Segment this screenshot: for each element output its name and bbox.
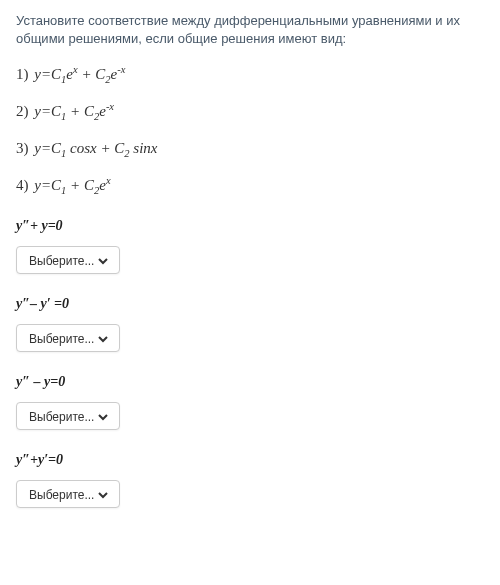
equation-option-2: 2) y=C1 + C2e-x: [16, 99, 484, 126]
prompt-text: Установите соответствие между дифференци…: [16, 12, 484, 48]
eq-number: 1): [16, 66, 29, 82]
question-equation: y″– y′ =0: [16, 296, 484, 312]
select-wrapper: Выберите...: [16, 480, 120, 508]
question-2: y″– y′ =0 Выберите...: [16, 296, 484, 352]
select-wrapper: Выберите...: [16, 402, 120, 430]
eq-number: 3): [16, 140, 29, 156]
general-solutions-list: 1) y=C1ex + C2e-x 2) y=C1 + C2e-x 3) y=C…: [16, 62, 484, 199]
question-1: y″+ y=0 Выберите...: [16, 218, 484, 274]
answer-select-3[interactable]: Выберите...: [25, 409, 111, 425]
eq-number: 2): [16, 103, 29, 119]
question-equation: y″+y′=0: [16, 452, 484, 468]
answer-select-2[interactable]: Выберите...: [25, 331, 111, 347]
question-equation: y″ – y=0: [16, 374, 484, 390]
question-4: y″+y′=0 Выберите...: [16, 452, 484, 508]
answer-select-1[interactable]: Выберите...: [25, 253, 111, 269]
question-equation: y″+ y=0: [16, 218, 484, 234]
equation-option-1: 1) y=C1ex + C2e-x: [16, 62, 484, 89]
eq-number: 4): [16, 177, 29, 193]
equation-option-4: 4) y=C1 + C2ex: [16, 173, 484, 200]
answer-select-4[interactable]: Выберите...: [25, 487, 111, 503]
equation-option-3: 3) y=C1 cosx + C2 sinx: [16, 136, 484, 163]
select-wrapper: Выберите...: [16, 246, 120, 274]
select-wrapper: Выберите...: [16, 324, 120, 352]
question-3: y″ – y=0 Выберите...: [16, 374, 484, 430]
